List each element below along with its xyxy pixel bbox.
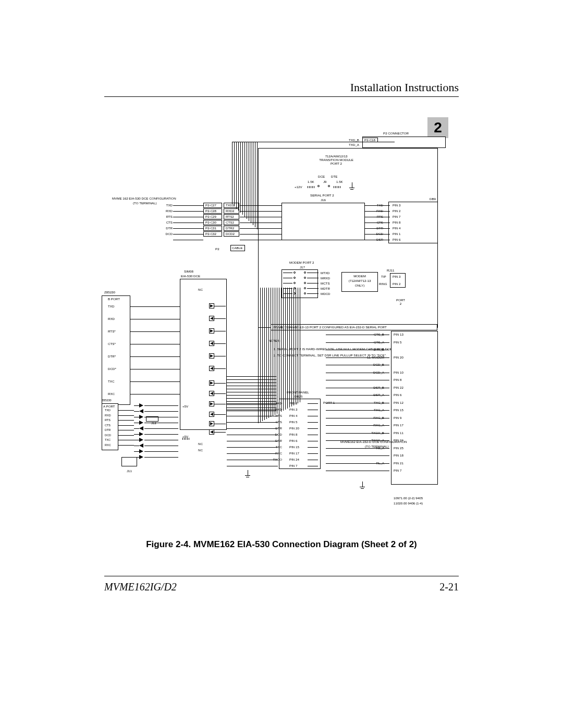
nc3: NC <box>198 448 203 452</box>
aport-sig: CTS <box>105 424 111 427</box>
driver-icon <box>210 392 213 395</box>
aport-sig: RTS <box>105 418 111 422</box>
section-title: Installation Instructions <box>350 81 459 94</box>
rpin-num: PIN 17 <box>394 423 403 427</box>
sp-pin: PIN 3 <box>393 203 400 207</box>
drawing-id-1: 10971.00 (2-2) 9405 <box>394 496 423 500</box>
aport-sig: DCD <box>105 434 111 437</box>
connection-diagram: P2 CONNECTOR TXD_B TXD_A P2-C18 712A/AM/… <box>102 131 448 517</box>
buffer-icon <box>139 403 143 408</box>
rpin-num: PIN 5 <box>394 340 401 344</box>
bport-sig: TXD <box>108 304 114 308</box>
nc2: NC <box>198 442 203 446</box>
r15k-r: 1.5K <box>336 180 343 183</box>
buffer-icon <box>139 426 143 430</box>
bport-sig: CTS* <box>108 342 116 346</box>
rj11: RJ11 <box>387 268 394 272</box>
z85230-bport-box <box>102 295 130 405</box>
driver-icon <box>210 354 213 357</box>
bport-sig: DTR* <box>108 354 116 358</box>
sp-r: RTS2 <box>226 215 234 218</box>
txd-a: TXD_A <box>340 143 359 146</box>
sp-pin: PIN 2 <box>393 209 400 213</box>
sp-c: P2-C30 <box>205 220 216 224</box>
sp-r: DCD2 <box>226 232 235 236</box>
dce-cfg: MVME 162 EIA-530 DCE CONFIGURATION <box>112 196 176 200</box>
footer-right: 2-21 <box>439 581 459 593</box>
bport-sig: RXD <box>108 317 115 320</box>
aport-lbl: A PORT <box>103 404 115 408</box>
serial-port-2-hdr <box>282 203 365 240</box>
rj11-pin3: PIN 3 <box>393 275 400 278</box>
bport-sig: DCD* <box>108 367 116 371</box>
modem-sig: MDCD <box>321 292 331 295</box>
fp-pin: PIN 7 <box>289 464 297 467</box>
p2-c18: P2-C18 <box>364 138 375 142</box>
aport-sig: TXD <box>105 409 111 412</box>
footer-left: MVME162IG/D2 <box>104 581 177 593</box>
footer-rule <box>104 576 459 576</box>
bport-sig: RXC <box>108 392 115 396</box>
z85230-a: Z85230 <box>102 399 112 402</box>
page: Installation Instructions 2 Figure 2-4. … <box>0 0 563 728</box>
modem-sig: MRXD <box>321 276 330 280</box>
fp-pin: PIN 6 <box>289 439 297 442</box>
sp-c: P2-C27 <box>205 203 216 207</box>
buffer-icon <box>139 415 143 419</box>
driver-icon <box>210 304 213 307</box>
sp-r: CTS2 <box>226 220 234 224</box>
rpin-num: PIN 21 <box>394 461 403 465</box>
sp-left: RTS <box>154 215 173 218</box>
p2-connector-label: P2 CONNECTOR <box>383 131 409 135</box>
modem-sig: MCTS <box>321 281 330 285</box>
z85230-b: Z85230 <box>104 290 115 294</box>
fp-pin: PIN 24 <box>289 458 299 461</box>
driver-icon <box>210 329 213 332</box>
rpin-num: PIN 11 <box>394 431 403 435</box>
resistor-icon <box>182 438 190 440</box>
aport-sig: RXC <box>105 443 111 447</box>
bport-lbl: B PORT <box>108 297 120 301</box>
fp-pin: PIN 5 <box>289 420 297 424</box>
buffer-icon <box>139 432 143 436</box>
driver-icon <box>210 413 213 416</box>
fp-pin: PIN 8 <box>289 433 297 436</box>
j17: J17 <box>300 265 305 269</box>
rpin-num: PIN 10 <box>394 371 403 374</box>
rpin-num: PIN 7 <box>394 468 401 472</box>
sp-left: DCD <box>154 232 173 236</box>
driver-icon <box>210 342 213 345</box>
fp-pin: PIN 20 <box>289 426 299 430</box>
sp-c: P2-C32 <box>205 232 216 236</box>
sp-pin: PIN 7 <box>393 215 400 218</box>
sp-left: TXD <box>154 203 173 207</box>
sim08: SIM08 <box>184 269 193 273</box>
sp-pin: PIN 8 <box>393 220 400 224</box>
sp-c: P2-C29 <box>205 215 216 218</box>
sp-pin: PIN 6 <box>393 238 400 241</box>
rpin-num: PIN 15 <box>394 408 403 412</box>
modem-box: MODEM (712AM/712-13 ONLY) <box>341 272 378 292</box>
rpin-num: PIN 6 <box>394 393 401 397</box>
fp-pin: PIN 3 <box>289 408 297 411</box>
ring: RING <box>379 282 387 286</box>
rpin-num: PIN 9 <box>394 416 401 419</box>
buffer-icon <box>139 421 143 425</box>
fp-pin: PIN 15 <box>289 445 299 449</box>
resistor-icon <box>334 186 341 188</box>
sp-c: P2-C31 <box>205 226 216 230</box>
cable-lbl: CABLE <box>232 246 242 250</box>
j11: J11 <box>127 469 132 473</box>
rpin-num: PIN 22 <box>394 386 403 389</box>
driver-icon <box>210 422 213 425</box>
driver-icon <box>210 367 213 370</box>
driver-icon <box>210 381 213 385</box>
p2-lbl: P2 <box>215 247 219 251</box>
bport-sig: RTS* <box>108 329 116 333</box>
buffer-icon <box>139 409 143 413</box>
driver-icon <box>210 317 213 320</box>
sp-left: CTS <box>154 220 173 224</box>
buffer-icon <box>139 443 143 448</box>
serial-port-2: SERIAL PORT 2 <box>310 193 334 197</box>
figure-caption: Figure 2-4. MVME162 EIA-530 Connection D… <box>0 539 563 550</box>
